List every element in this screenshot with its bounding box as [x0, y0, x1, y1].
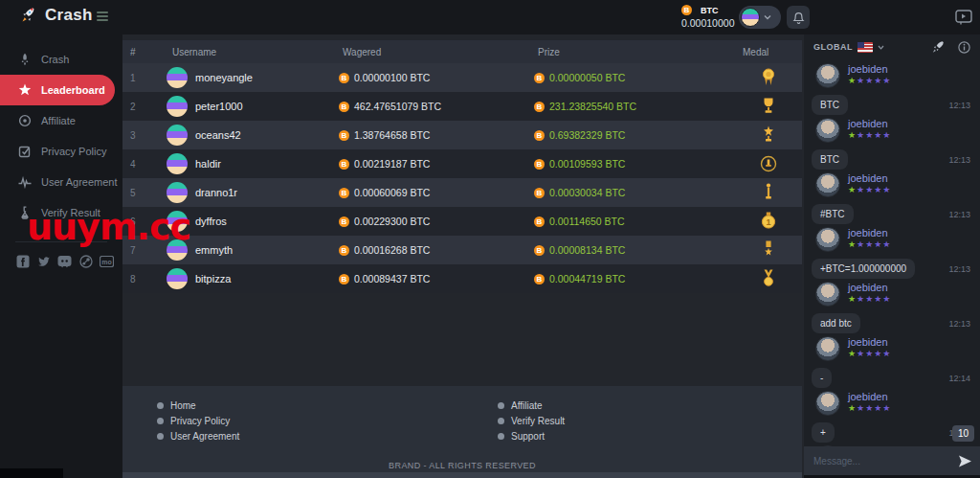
chat-avatar: [815, 391, 840, 416]
balance-currency: BTC: [701, 6, 719, 15]
sidebar-item-verify-result[interactable]: Verify Result: [0, 197, 122, 228]
discord-icon[interactable]: [57, 254, 72, 268]
twitter-icon[interactable]: [36, 254, 51, 268]
column-trophy-icon: [735, 182, 802, 203]
bullet-icon: [498, 418, 504, 424]
rocket-icon: [17, 53, 32, 66]
bullet-icon: [157, 433, 164, 440]
chat-username: joebiden: [848, 391, 891, 403]
copyright-text: BRAND - ALL RIGHTS RESERVED: [122, 461, 802, 470]
wagered-cell: 0.00000100 BTC: [354, 72, 430, 83]
footer: Home Privacy Policy User Agreement Affil…: [122, 386, 802, 478]
medium-icon[interactable]: mo: [100, 254, 114, 268]
footer-link-verify-result[interactable]: Verify Result: [498, 413, 565, 428]
avatar: [167, 125, 188, 146]
chat-avatar: [815, 118, 840, 143]
unread-count-badge[interactable]: 10: [952, 425, 974, 442]
notifications-button[interactable]: [787, 6, 810, 29]
send-button[interactable]: [949, 446, 980, 475]
btc-icon: B: [339, 274, 349, 285]
chat-avatar: [815, 336, 840, 361]
sidebar-item-privacy-policy[interactable]: Privacy Policy: [0, 136, 122, 167]
chat-timestamp: 12:13: [948, 210, 970, 219]
footer-link-privacy-policy[interactable]: Privacy Policy: [157, 413, 239, 428]
star-ribbon-medal-icon: [735, 239, 802, 261]
chat-toggle-button[interactable]: [953, 8, 974, 27]
star-rating: ★★★★★: [848, 349, 891, 359]
rocket-logo-icon: [19, 6, 38, 25]
sidebar-item-leaderboard[interactable]: Leaderboard: [0, 75, 115, 105]
gold-medal-1-icon: 1: [735, 211, 802, 232]
sidebar-item-crash[interactable]: Crash: [0, 44, 122, 75]
header-wagered: Wagered: [335, 47, 530, 57]
username-cell: moneyangle: [195, 72, 253, 83]
bullet-icon: [498, 433, 504, 440]
star-rating: ★★★★★: [848, 76, 891, 86]
btc-icon: B: [339, 130, 349, 141]
chat-avatar: [815, 172, 840, 197]
chat-panel: GLOBAL joebiden ★★★★★ BTC12:13: [804, 34, 980, 478]
table-row: 8 bitpizza B0.00089437 BTC B0.00044719 B…: [122, 264, 802, 293]
chat-username: joebiden: [848, 282, 891, 294]
rocket-rules-icon[interactable]: [931, 40, 945, 54]
footer-link-label: Home: [170, 400, 196, 411]
sidebar-item-user-agreement[interactable]: User Agreement: [0, 167, 122, 197]
table-row: 2 peter1000 B462.47651079 BTC B231.23825…: [122, 92, 802, 121]
wagered-cell: 0.00219187 BTC: [354, 158, 430, 170]
btc-icon: B: [681, 5, 692, 15]
table-header-row: # Username Wagered Prize Medal: [122, 40, 802, 63]
wallet-balance[interactable]: B BTC 0.00010000: [681, 5, 734, 29]
chat-message: joebiden ★★★★★ -12:14: [804, 334, 980, 389]
chat-channel-selector[interactable]: GLOBAL: [813, 42, 884, 53]
footer-link-home[interactable]: Home: [157, 398, 239, 413]
footer-link-user-agreement[interactable]: User Agreement: [157, 428, 239, 444]
rank-cell: 8: [122, 274, 165, 285]
username-cell: emmyth: [195, 244, 233, 256]
footer-link-label: User Agreement: [170, 431, 239, 442]
rank-cell: 3: [122, 130, 165, 141]
sidebar-item-affiliate[interactable]: Affiliate: [0, 105, 122, 136]
logo-text: Crash: [45, 6, 93, 25]
steam-icon[interactable]: [78, 254, 93, 268]
table-row: 6 dyffros B0.00229300 BTC B0.00114650 BT…: [122, 207, 802, 236]
us-flag-icon: [858, 42, 873, 53]
header-medal: Medal: [735, 47, 802, 57]
header-username: Username: [165, 47, 335, 57]
btc-icon: B: [534, 245, 545, 256]
info-icon[interactable]: [958, 41, 970, 54]
message-input[interactable]: [804, 446, 949, 475]
btc-icon: B: [534, 130, 545, 141]
footer-link-support[interactable]: Support: [498, 428, 565, 444]
rank-cell: 2: [122, 102, 165, 112]
btc-icon: B: [339, 73, 349, 83]
footer-link-label: Verify Result: [511, 416, 565, 426]
btc-icon: B: [339, 188, 349, 198]
rank-cell: 1: [122, 73, 165, 83]
chat-input-bar: [804, 446, 980, 475]
rank-cell: 5: [122, 188, 165, 198]
horizontal-scrollbar[interactable]: [122, 472, 802, 478]
facebook-icon[interactable]: [15, 254, 30, 268]
chat-avatar: [815, 227, 840, 252]
sidebar-item-label: Leaderboard: [41, 84, 105, 96]
checkbox-icon: [17, 145, 32, 158]
username-cell: bitpizza: [195, 273, 231, 285]
hamburger-menu-icon[interactable]: [97, 11, 108, 23]
user-menu-button[interactable]: [739, 6, 781, 29]
chat-bubble: +BTC=1.000000000: [812, 259, 915, 279]
logo[interactable]: Crash: [19, 6, 93, 25]
chat-bubble: BTC: [812, 149, 848, 170]
header-prize: Prize: [530, 47, 735, 57]
chat-message: joebiden ★★★★★ BTC12:13: [804, 61, 980, 116]
sidebar-item-label: Privacy Policy: [41, 146, 106, 157]
table-row: 4 haldir B0.00219187 BTC B0.00109593 BTC: [122, 149, 802, 178]
header-rank: #: [122, 47, 165, 57]
chat-timestamp: 12:13: [948, 101, 970, 110]
sidebar-item-label: Affiliate: [41, 115, 76, 126]
sidebar-item-label: Verify Result: [41, 207, 100, 218]
footer-link-affiliate[interactable]: Affiliate: [498, 398, 565, 413]
chat-username: joebiden: [848, 63, 891, 76]
btc-icon: B: [339, 102, 349, 112]
avatar: [167, 239, 188, 261]
prize-cell: 231.23825540 BTC: [549, 101, 636, 112]
